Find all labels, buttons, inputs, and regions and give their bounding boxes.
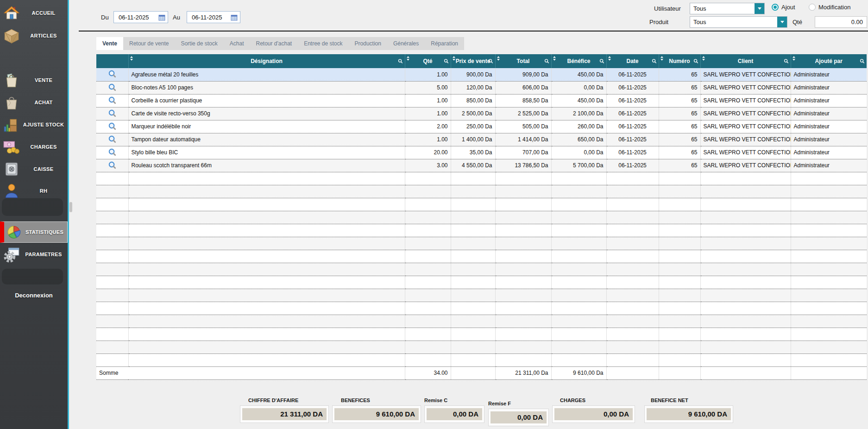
cell-benefice: 2 100,00 Da: [551, 107, 606, 120]
produit-select[interactable]: Tous: [690, 16, 787, 28]
col-designation[interactable]: Désignation: [128, 54, 405, 68]
empty-row: [96, 185, 867, 198]
sidebar-item-label: STATISTIQUES: [23, 229, 67, 235]
chevron-down-icon[interactable]: [777, 17, 787, 27]
col-ajoute-par[interactable]: Ajouté par: [791, 54, 867, 68]
total-value: 0,00 DA: [554, 408, 633, 420]
table-row[interactable]: Bloc-notes A5 100 pages 5.00 120,00 Da 6…: [96, 81, 867, 94]
filter-icon[interactable]: [599, 59, 604, 64]
sidebar-item-achat[interactable]: ACHAT: [0, 92, 68, 113]
filter-icon[interactable]: [444, 59, 449, 64]
pie-chart-icon: [5, 223, 23, 241]
tab-production[interactable]: Production: [349, 37, 387, 50]
sale-bag-icon: [3, 71, 20, 89]
ajout-radio[interactable]: [772, 4, 779, 11]
table-row[interactable]: Rouleau scotch transparent 66m 3.00 4 55…: [96, 159, 867, 172]
row-detail-magnifier-icon[interactable]: [108, 161, 117, 170]
col-benefice[interactable]: Bénéfice: [551, 54, 606, 68]
filter-icon[interactable]: [544, 59, 549, 64]
calendar-icon[interactable]: [231, 14, 238, 21]
total-charges: CHARGES 0,00 DA: [552, 397, 635, 423]
cell-client: SARL WEPRO VETT CONFECTION: [700, 159, 791, 172]
row-detail-magnifier-icon[interactable]: [108, 109, 117, 118]
filter-icon[interactable]: [693, 59, 698, 64]
col-numero[interactable]: Numéro: [659, 54, 700, 68]
row-detail-magnifier-icon[interactable]: [108, 96, 117, 105]
tab-retour-achat[interactable]: Retour d'achat: [250, 37, 298, 50]
date-to-value: 06-11-2025: [192, 14, 229, 21]
sidebar-item-caisse[interactable]: CAISSE: [0, 159, 68, 179]
home-icon: [3, 4, 20, 22]
calendar-icon[interactable]: [158, 14, 165, 21]
row-detail-magnifier-icon[interactable]: [108, 122, 117, 131]
sidebar-item-charges[interactable]: CHARGES: [0, 137, 68, 157]
tab-vente[interactable]: Vente: [96, 37, 123, 50]
col-qte[interactable]: Qté: [405, 54, 451, 68]
filter-icon[interactable]: [652, 59, 657, 64]
cell-prix: 120,00 Da: [451, 81, 495, 94]
cell-numero: 65: [659, 94, 700, 107]
cell-total: 2 525,00 Da: [495, 107, 551, 120]
col-total[interactable]: Total: [495, 54, 551, 68]
tab-sortie-de-stock[interactable]: Sortie de stock: [175, 37, 223, 50]
logout-button[interactable]: Deconnexion: [0, 292, 68, 299]
tab-achat[interactable]: Achat: [224, 37, 250, 50]
modification-radio[interactable]: [809, 4, 816, 11]
sidebar-item-parametres[interactable]: PARAMETRES: [0, 244, 68, 265]
cell-benefice: 260,00 Da: [551, 120, 606, 133]
row-detail-magnifier-icon[interactable]: [108, 135, 117, 144]
cell-date: 06-11-2025: [606, 120, 659, 133]
utilisateur-select[interactable]: Tous: [690, 3, 765, 14]
cell-designation: Stylo bille bleu BIC: [128, 146, 405, 159]
cell-numero: 65: [659, 81, 700, 94]
table-row[interactable]: Stylo bille bleu BIC 20.00 35,00 Da 707,…: [96, 146, 867, 159]
cell-prix: 850,00 Da: [451, 94, 495, 107]
empty-row: [96, 328, 867, 341]
sidebar-item-articles[interactable]: ARTICLES: [0, 25, 68, 46]
empty-row: [96, 341, 867, 353]
sidebar-item-ajuste-stock[interactable]: AJUSTE STOCK: [0, 114, 68, 135]
tab-reparation[interactable]: Réparation: [425, 37, 464, 50]
safe-icon: [3, 160, 20, 178]
filter-icon[interactable]: [784, 59, 789, 64]
tab-retour-de-vente[interactable]: Retour de vente: [123, 37, 175, 50]
cell-prix: 4 550,00 Da: [451, 159, 495, 172]
total-value: 9 610,00 DA: [647, 408, 731, 420]
col-date[interactable]: Date: [606, 54, 659, 68]
cell-total: 606,00 Da: [495, 81, 551, 94]
tab-generales[interactable]: Générales: [387, 37, 425, 50]
panel-resize-handle[interactable]: [69, 202, 72, 212]
table-row[interactable]: Corbeille à courrier plastique 1.00 850,…: [96, 94, 867, 107]
table-row[interactable]: Tampon dateur automatique 1.00 1 400,00 …: [96, 133, 867, 146]
cell-total: 707,00 Da: [495, 146, 551, 159]
table-row[interactable]: Agrafeuse métal 20 feuilles 1.00 900,00 …: [96, 68, 867, 81]
cell-client: SARL WEPRO VETT CONFECTION: [700, 120, 791, 133]
total-remise-f: Remise F 0,00 DA: [488, 401, 549, 426]
row-detail-magnifier-icon[interactable]: [108, 148, 117, 157]
col-prix-de-vente[interactable]: Prix de vente: [451, 54, 495, 68]
sidebar-item-accueil[interactable]: ACCUEIL: [0, 3, 68, 23]
sidebar-item-label: AJUSTE STOCK: [20, 121, 68, 128]
tab-entree-de-stock[interactable]: Entree de stock: [298, 37, 348, 50]
cell-prix: 2 500,00 Da: [451, 107, 495, 120]
filter-icon[interactable]: [488, 59, 493, 64]
empty-row: [96, 302, 867, 315]
date-to-input[interactable]: 06-11-2025: [187, 11, 240, 23]
row-detail-magnifier-icon[interactable]: [108, 83, 117, 92]
qte-input[interactable]: [815, 16, 867, 28]
date-from-input[interactable]: 06-11-2025: [113, 11, 168, 23]
col-client[interactable]: Client: [700, 54, 791, 68]
cell-numero: 65: [659, 146, 700, 159]
sidebar-item-vente[interactable]: VENTE: [0, 70, 68, 90]
row-detail-magnifier-icon[interactable]: [108, 70, 117, 79]
sidebar-item-statistiques[interactable]: STATISTIQUES: [0, 221, 68, 243]
filter-icon[interactable]: [860, 59, 865, 64]
empty-row: [96, 289, 867, 302]
filter-icon[interactable]: [398, 59, 403, 64]
chevron-down-icon[interactable]: [755, 3, 764, 14]
table-row[interactable]: Marqueur indélébile noir 2.00 250,00 Da …: [96, 120, 867, 133]
sidebar-item-label: PARAMETRES: [20, 251, 68, 258]
table-row[interactable]: Carte de visite recto-verso 350g 1.00 2 …: [96, 107, 867, 120]
au-label: Au: [173, 14, 180, 21]
tab-bar: Vente Retour de vente Sortie de stock Ac…: [96, 37, 464, 50]
